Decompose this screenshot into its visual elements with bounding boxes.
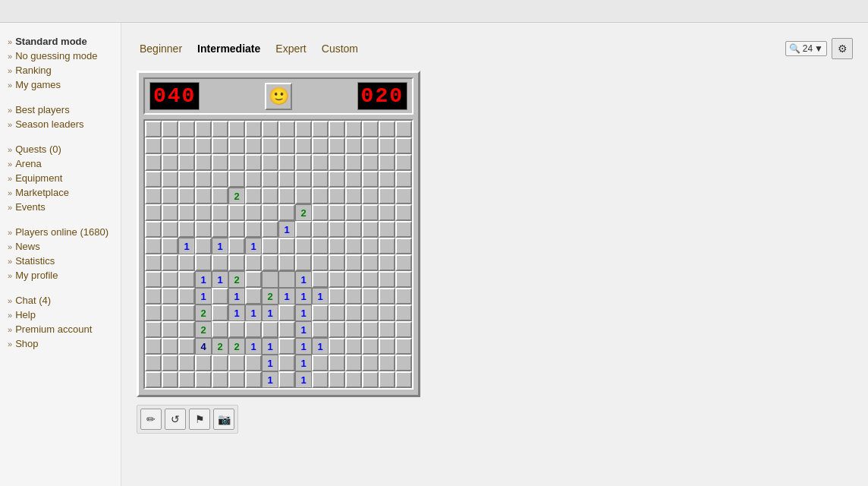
ms-cell[interactable] bbox=[379, 204, 395, 221]
ms-cell[interactable] bbox=[145, 355, 162, 371]
ms-cell[interactable] bbox=[362, 288, 379, 305]
ms-cell[interactable] bbox=[162, 305, 178, 321]
sidebar-item-players-online[interactable]: » Players online (1680) bbox=[8, 225, 113, 239]
ms-cell[interactable]: 1 bbox=[262, 338, 278, 355]
ms-cell[interactable]: 1 bbox=[195, 288, 212, 305]
ms-cell[interactable] bbox=[212, 154, 228, 171]
ms-cell[interactable] bbox=[195, 188, 212, 204]
ms-cell[interactable] bbox=[312, 238, 329, 254]
ms-cell[interactable] bbox=[345, 271, 362, 288]
ms-cell[interactable] bbox=[395, 121, 412, 137]
sidebar-item-news[interactable]: » News bbox=[8, 239, 113, 254]
ms-cell[interactable] bbox=[145, 305, 162, 321]
ms-cell[interactable] bbox=[362, 271, 379, 288]
ms-cell[interactable]: 2 bbox=[195, 321, 212, 338]
ms-cell[interactable] bbox=[395, 271, 412, 288]
ms-cell[interactable] bbox=[145, 154, 162, 171]
ms-cell[interactable] bbox=[362, 321, 379, 338]
ms-cell[interactable] bbox=[395, 137, 412, 154]
sidebar-link-premium-account[interactable]: Premium account bbox=[15, 323, 92, 335]
ms-cell[interactable]: 2 bbox=[228, 271, 245, 288]
ms-cell[interactable] bbox=[228, 154, 245, 171]
ms-cell[interactable] bbox=[145, 188, 162, 204]
ms-cell[interactable] bbox=[345, 137, 362, 154]
ms-cell[interactable] bbox=[295, 221, 312, 238]
sidebar-link-equipment[interactable]: Equipment bbox=[15, 172, 62, 184]
sidebar-item-equipment[interactable]: » Equipment bbox=[8, 171, 113, 185]
sidebar-link-shop[interactable]: Shop bbox=[15, 338, 38, 349]
ms-cell[interactable] bbox=[212, 171, 228, 188]
ms-cell[interactable] bbox=[262, 204, 278, 221]
sidebar-item-shop[interactable]: » Shop bbox=[8, 336, 113, 351]
ms-cell[interactable] bbox=[262, 171, 278, 188]
ms-cell[interactable] bbox=[295, 154, 312, 171]
ms-cell[interactable] bbox=[278, 121, 295, 137]
ms-cell[interactable] bbox=[312, 355, 329, 371]
ms-cell[interactable] bbox=[162, 154, 178, 171]
ms-cell[interactable] bbox=[195, 371, 212, 388]
sidebar-item-arena[interactable]: » Arena bbox=[8, 156, 113, 171]
sidebar-item-quests[interactable]: » Quests (0) bbox=[8, 142, 113, 156]
ms-cell[interactable]: 2 bbox=[195, 305, 212, 321]
ms-cell[interactable] bbox=[362, 121, 379, 137]
ms-cell[interactable] bbox=[395, 221, 412, 238]
ms-cell[interactable]: 2 bbox=[262, 288, 278, 305]
ms-cell[interactable] bbox=[379, 121, 395, 137]
ms-cell[interactable]: 1 bbox=[212, 271, 228, 288]
ms-cell[interactable] bbox=[245, 188, 262, 204]
ms-cell[interactable] bbox=[178, 204, 195, 221]
ms-cell[interactable] bbox=[145, 121, 162, 137]
ms-cell[interactable] bbox=[329, 371, 345, 388]
ms-cell[interactable] bbox=[379, 355, 395, 371]
ms-cell[interactable] bbox=[178, 221, 195, 238]
ms-cell[interactable] bbox=[278, 188, 295, 204]
ms-cell[interactable] bbox=[395, 355, 412, 371]
sidebar-item-chat[interactable]: » Chat (4) bbox=[8, 293, 113, 308]
ms-cell[interactable] bbox=[228, 121, 245, 137]
ms-cell[interactable] bbox=[178, 121, 195, 137]
ms-cell[interactable] bbox=[245, 254, 262, 271]
ms-cell[interactable] bbox=[145, 204, 162, 221]
ms-cell[interactable]: 1 bbox=[295, 338, 312, 355]
ms-cell[interactable] bbox=[262, 321, 278, 338]
ms-cell[interactable] bbox=[329, 121, 345, 137]
tab-custom[interactable]: Custom bbox=[319, 41, 361, 56]
ms-cell[interactable] bbox=[178, 371, 195, 388]
ms-cell[interactable] bbox=[329, 338, 345, 355]
ms-cell[interactable] bbox=[345, 338, 362, 355]
sidebar-link-ranking[interactable]: Ranking bbox=[15, 65, 52, 76]
flag-button[interactable]: ⚑ bbox=[189, 409, 210, 430]
ms-cell[interactable] bbox=[395, 254, 412, 271]
ms-cell[interactable] bbox=[195, 204, 212, 221]
sidebar-item-my-profile[interactable]: » My profile bbox=[8, 268, 113, 282]
ms-cell[interactable] bbox=[228, 355, 245, 371]
ms-cell[interactable]: 1 bbox=[312, 338, 329, 355]
ms-cell[interactable] bbox=[329, 188, 345, 204]
ms-cell[interactable]: 1 bbox=[228, 305, 245, 321]
ms-cell[interactable] bbox=[345, 188, 362, 204]
ms-cell[interactable] bbox=[329, 154, 345, 171]
ms-cell[interactable] bbox=[379, 305, 395, 321]
ms-cell[interactable] bbox=[178, 321, 195, 338]
ms-cell[interactable] bbox=[262, 188, 278, 204]
ms-cell[interactable]: 1 bbox=[278, 288, 295, 305]
ms-cell[interactable] bbox=[245, 321, 262, 338]
ms-cell[interactable] bbox=[329, 305, 345, 321]
ms-cell[interactable] bbox=[345, 121, 362, 137]
ms-cell[interactable] bbox=[162, 338, 178, 355]
ms-cell[interactable]: 2 bbox=[212, 338, 228, 355]
ms-cell[interactable] bbox=[245, 154, 262, 171]
ms-cell[interactable] bbox=[162, 288, 178, 305]
ms-cell[interactable] bbox=[278, 204, 295, 221]
ms-cell[interactable]: 2 bbox=[228, 338, 245, 355]
ms-cell[interactable] bbox=[312, 305, 329, 321]
sidebar-link-help[interactable]: Help bbox=[15, 309, 36, 320]
sidebar-item-best-players[interactable]: » Best players bbox=[8, 103, 113, 117]
ms-cell[interactable] bbox=[345, 238, 362, 254]
ms-cell[interactable] bbox=[395, 154, 412, 171]
ms-cell[interactable] bbox=[245, 171, 262, 188]
ms-cell[interactable] bbox=[178, 137, 195, 154]
ms-cell[interactable] bbox=[295, 188, 312, 204]
ms-cell[interactable] bbox=[278, 338, 295, 355]
ms-cell[interactable] bbox=[278, 171, 295, 188]
